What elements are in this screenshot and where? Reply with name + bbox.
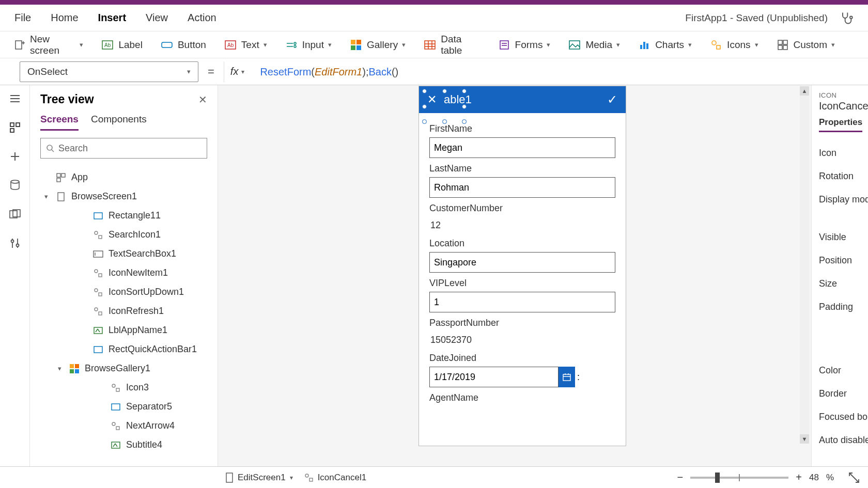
tree-item[interactable]: TextSearchBox1 — [30, 244, 218, 263]
zoom-in-button[interactable]: + — [796, 471, 802, 483]
property-select[interactable]: OnSelect ▾ — [20, 61, 198, 82]
glyph-icon — [111, 383, 121, 393]
ribbon-new-screen[interactable]: New screen▾ — [14, 34, 83, 56]
fx-button[interactable]: fx ▾ — [224, 61, 251, 82]
ribbon-icons[interactable]: Icons▾ — [710, 39, 758, 51]
chevron-down-icon[interactable]: ▾ — [55, 365, 64, 372]
readonly-value: 15052370 — [429, 332, 615, 348]
text-icon: Ab — [225, 39, 236, 51]
property-row[interactable]: Size — [819, 272, 868, 295]
text-input[interactable] — [429, 252, 615, 273]
chevron-down-icon[interactable]: ▾ — [41, 193, 51, 200]
insert-icon[interactable] — [9, 150, 21, 163]
ribbon-custom[interactable]: Custom▾ — [777, 39, 835, 51]
tree-item[interactable]: IconRefresh1 — [30, 302, 218, 321]
property-row[interactable]: Icon — [819, 141, 868, 165]
status-bar: EditScreen1 ▾ IconCancel1 − + 48 % — [0, 466, 868, 488]
ribbon-custom-label: Custom — [794, 39, 827, 51]
date-input[interactable] — [429, 367, 559, 387]
zoom-out-button[interactable]: − — [677, 471, 684, 483]
property-row[interactable]: Border — [819, 382, 868, 405]
tree-tab-components[interactable]: Components — [91, 114, 147, 131]
ribbon-gallery[interactable]: Gallery▾ — [350, 39, 406, 51]
tree-item[interactable]: IconSortUpDown1 — [30, 282, 218, 302]
ribbon-forms[interactable]: Forms▾ — [499, 39, 551, 51]
tree-item[interactable]: Icon3 — [30, 378, 218, 397]
zoom-slider[interactable] — [690, 477, 788, 479]
scroll-down-icon[interactable]: ▼ — [800, 434, 809, 444]
ribbon-button-label: Button — [178, 39, 206, 51]
tree-tab-screens[interactable]: Screens — [40, 114, 79, 131]
menu-file[interactable]: File — [14, 12, 31, 24]
svg-line-51 — [52, 150, 54, 152]
property-row[interactable]: Position — [819, 249, 868, 272]
calendar-button[interactable] — [559, 367, 575, 387]
ribbon-media[interactable]: Media▾ — [569, 39, 620, 51]
svg-point-29 — [712, 41, 716, 45]
cancel-icon[interactable]: ✕ — [427, 93, 437, 106]
property-row[interactable]: Padding — [819, 295, 868, 319]
tree-item[interactable]: SearchIcon1 — [30, 225, 218, 244]
tree-panel: Tree view ✕ Screens Components Search Ap… — [30, 85, 218, 466]
property-row[interactable]: Focused borde — [819, 405, 868, 429]
tree-item[interactable]: App — [30, 168, 218, 187]
tree-item[interactable]: Subtitle4 — [30, 435, 218, 454]
tree-list: App▾BrowseScreen1Rectangle11SearchIcon1T… — [30, 166, 218, 466]
ribbon-text[interactable]: Ab Text▾ — [225, 39, 267, 51]
scroll-up-icon[interactable]: ▲ — [800, 86, 809, 96]
svg-point-63 — [95, 289, 98, 292]
advanced-icon[interactable] — [9, 237, 21, 249]
tree-item[interactable]: IconNewItem1 — [30, 263, 218, 282]
media-rail-icon[interactable] — [9, 208, 21, 221]
menu-view[interactable]: View — [146, 12, 168, 24]
property-row[interactable]: Display mode — [819, 188, 868, 211]
hamburger-icon[interactable] — [9, 92, 21, 105]
diagnostics-icon[interactable] — [839, 11, 854, 25]
chevron-down-icon: ▾ — [547, 41, 550, 49]
fit-screen-icon[interactable] — [848, 472, 860, 483]
tree-item[interactable]: LblAppName1 — [30, 321, 218, 340]
ribbon-label[interactable]: Ab Label — [102, 39, 143, 51]
svg-rect-13 — [351, 40, 355, 44]
menu-action[interactable]: Action — [188, 12, 216, 24]
ribbon-button[interactable]: Button — [161, 39, 206, 51]
tree-item[interactable]: Rectangle11 — [30, 206, 218, 225]
properties-panel: ICON IconCancel1 Properties IconRotation… — [811, 85, 868, 466]
tree-search-input[interactable]: Search — [40, 138, 207, 159]
text-input[interactable] — [429, 137, 615, 158]
text-input[interactable] — [429, 177, 615, 198]
tree-item[interactable]: RectQuickActionBar1 — [30, 340, 218, 359]
field-label: DateJoined — [429, 353, 615, 364]
breadcrumb-screen[interactable]: EditScreen1 ▾ — [225, 473, 293, 483]
menu-insert[interactable]: Insert — [98, 12, 126, 24]
formula-input[interactable]: ResetForm(EditForm1);Back() — [260, 66, 398, 78]
props-tab-properties[interactable]: Properties — [819, 117, 862, 132]
tree-item[interactable]: ▾BrowseScreen1 — [30, 187, 218, 206]
breadcrumb-control[interactable]: IconCancel1 — [304, 473, 367, 483]
menu-home[interactable]: Home — [51, 12, 78, 24]
property-row[interactable]: Visible — [819, 226, 868, 249]
search-icon — [46, 144, 54, 152]
tree-item[interactable]: ▾BrowseGallery1 — [30, 359, 218, 378]
ribbon-input[interactable]: Input▾ — [286, 39, 332, 51]
svg-point-12 — [294, 45, 296, 48]
tree-item[interactable]: NextArrow4 — [30, 416, 218, 435]
tree-view-icon[interactable] — [9, 121, 21, 134]
ribbon-data-table[interactable]: Data table — [424, 34, 479, 56]
tree-item[interactable]: Separator5 — [30, 397, 218, 416]
property-row[interactable]: Color — [819, 359, 868, 382]
property-row[interactable]: Auto disable o — [819, 429, 868, 452]
canvas-scrollbar[interactable]: ▲ ▼ — [800, 86, 809, 444]
accept-icon[interactable]: ✓ — [607, 92, 617, 107]
data-icon[interactable] — [9, 179, 21, 192]
ribbon-charts[interactable]: Charts▾ — [639, 39, 692, 51]
text-input[interactable] — [429, 292, 615, 312]
canvas[interactable]: ✕ able1 ✓ FirstNameLastNameCustomerNumbe… — [218, 85, 811, 466]
zoom-unit: % — [826, 473, 834, 483]
property-row[interactable]: Rotation — [819, 165, 868, 188]
svg-rect-32 — [783, 40, 787, 44]
tree-item-label: BrowseScreen1 — [71, 191, 137, 202]
screen-icon — [56, 192, 66, 202]
close-tree-button[interactable]: ✕ — [198, 93, 207, 106]
svg-point-88 — [305, 474, 308, 477]
